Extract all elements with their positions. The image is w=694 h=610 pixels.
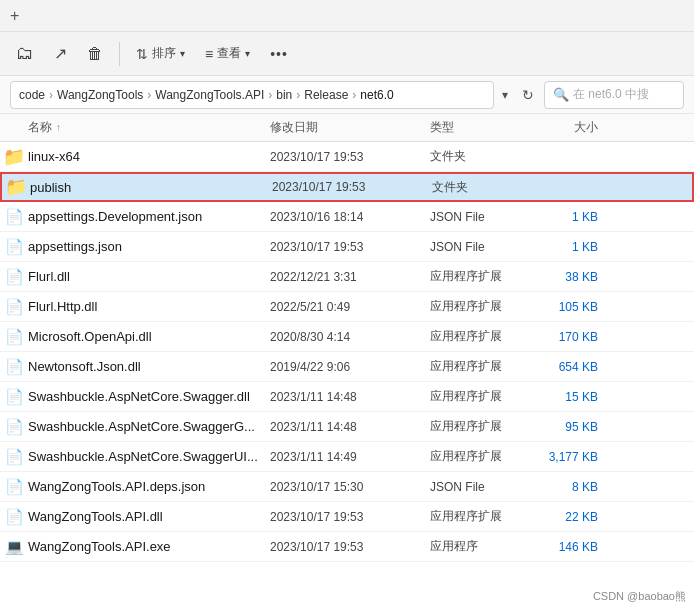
table-row[interactable]: 📄 Flurl.dll 2022/12/21 3:31 应用程序扩展 38 KB <box>0 262 694 292</box>
sort-button[interactable]: ⇅ 排序 ▾ <box>128 40 193 67</box>
file-type-cell: JSON File <box>430 480 530 494</box>
file-rows: 📁 linux-x64 2023/10/17 19:53 文件夹 📁 publi… <box>0 142 694 562</box>
filelist-container: 名称 ↑ 修改日期 类型 大小 📁 linux-x64 2023/10/17 1… <box>0 114 694 610</box>
file-type-cell: 应用程序扩展 <box>430 358 530 375</box>
file-size-cell: 38 KB <box>530 270 610 284</box>
table-row[interactable]: 📄 WangZongTools.API.deps.json 2023/10/17… <box>0 472 694 502</box>
file-type-cell: 应用程序 <box>430 538 530 555</box>
addressbar: code › WangZongTools › WangZongTools.API… <box>0 76 694 114</box>
breadcrumb-wangzongtools[interactable]: WangZongTools <box>57 88 143 102</box>
table-row[interactable]: 📄 Swashbuckle.AspNetCore.SwaggerUI... 20… <box>0 442 694 472</box>
file-date-cell: 2023/10/16 18:14 <box>270 210 430 224</box>
breadcrumb[interactable]: code › WangZongTools › WangZongTools.API… <box>10 81 494 109</box>
file-name-cell: Newtonsoft.Json.dll <box>28 359 270 374</box>
file-size-cell: 170 KB <box>530 330 610 344</box>
table-row[interactable]: 📄 Swashbuckle.AspNetCore.SwaggerG... 202… <box>0 412 694 442</box>
col-header-type[interactable]: 类型 <box>430 119 530 136</box>
file-type-cell: 文件夹 <box>430 148 530 165</box>
share-button[interactable]: ↗ <box>46 39 75 68</box>
table-row[interactable]: 📁 publish 2023/10/17 19:53 文件夹 <box>0 172 694 202</box>
dll-icon: 📄 <box>5 388 24 406</box>
breadcrumb-sep-3: › <box>268 88 272 102</box>
table-row[interactable]: 📄 appsettings.json 2023/10/17 19:53 JSON… <box>0 232 694 262</box>
file-icon-cell: 📄 <box>0 448 28 466</box>
view-label: 查看 <box>217 45 241 62</box>
refresh-icon[interactable]: ↻ <box>516 85 540 105</box>
sort-icon: ⇅ <box>136 46 148 62</box>
dll-icon: 📄 <box>5 508 24 526</box>
titlebar: + <box>0 0 694 32</box>
file-type-cell: JSON File <box>430 240 530 254</box>
toolbar-separator-1 <box>119 42 120 66</box>
more-icon: ••• <box>270 46 288 62</box>
search-icon: 🔍 <box>553 87 569 102</box>
breadcrumb-code[interactable]: code <box>19 88 45 102</box>
json-icon: 📄 <box>5 478 24 496</box>
dll-icon: 📄 <box>5 328 24 346</box>
dll-icon: 📄 <box>5 268 24 286</box>
breadcrumb-sep-2: › <box>147 88 151 102</box>
folder-nav-icon: 🗂 <box>16 43 34 64</box>
file-name-cell: WangZongTools.API.deps.json <box>28 479 270 494</box>
table-row[interactable]: 💻 WangZongTools.API.exe 2023/10/17 19:53… <box>0 532 694 562</box>
table-row[interactable]: 📁 linux-x64 2023/10/17 19:53 文件夹 <box>0 142 694 172</box>
table-row[interactable]: 📄 WangZongTools.API.dll 2023/10/17 19:53… <box>0 502 694 532</box>
table-row[interactable]: 📄 appsettings.Development.json 2023/10/1… <box>0 202 694 232</box>
view-button[interactable]: ≡ 查看 ▾ <box>197 40 258 67</box>
file-name-cell: Swashbuckle.AspNetCore.SwaggerUI... <box>28 449 270 464</box>
dll-icon: 📄 <box>5 358 24 376</box>
file-icon-cell: 📁 <box>0 146 28 168</box>
breadcrumb-sep-4: › <box>296 88 300 102</box>
table-row[interactable]: 📄 Flurl.Http.dll 2022/5/21 0:49 应用程序扩展 1… <box>0 292 694 322</box>
col-header-name[interactable]: 名称 ↑ <box>0 119 270 136</box>
sort-label: 排序 <box>152 45 176 62</box>
file-date-cell: 2023/1/11 14:49 <box>270 450 430 464</box>
view-icon: ≡ <box>205 46 213 62</box>
file-size-cell: 95 KB <box>530 420 610 434</box>
delete-button[interactable]: 🗑 <box>79 40 111 68</box>
breadcrumb-release[interactable]: Release <box>304 88 348 102</box>
table-row[interactable]: 📄 Newtonsoft.Json.dll 2019/4/22 9:06 应用程… <box>0 352 694 382</box>
file-type-cell: 应用程序扩展 <box>430 298 530 315</box>
file-name-cell: appsettings.Development.json <box>28 209 270 224</box>
table-row[interactable]: 📄 Swashbuckle.AspNetCore.Swagger.dll 202… <box>0 382 694 412</box>
file-icon-cell: 📄 <box>0 328 28 346</box>
file-type-cell: 应用程序扩展 <box>430 448 530 465</box>
folder-icon: 📁 <box>3 146 25 168</box>
filelist-header: 名称 ↑ 修改日期 类型 大小 <box>0 114 694 142</box>
col-type-label: 类型 <box>430 120 454 134</box>
search-box[interactable]: 🔍 在 net6.0 中搜 <box>544 81 684 109</box>
file-type-cell: 应用程序扩展 <box>430 418 530 435</box>
table-row[interactable]: 📄 Microsoft.OpenApi.dll 2020/8/30 4:14 应… <box>0 322 694 352</box>
breadcrumb-sep-1: › <box>49 88 53 102</box>
file-size-cell: 1 KB <box>530 210 610 224</box>
file-date-cell: 2023/10/17 19:53 <box>270 240 430 254</box>
file-icon-cell: 📄 <box>0 508 28 526</box>
file-date-cell: 2023/10/17 19:53 <box>270 510 430 524</box>
file-name-cell: WangZongTools.API.exe <box>28 539 270 554</box>
dll-icon: 📄 <box>5 298 24 316</box>
file-date-cell: 2022/5/21 0:49 <box>270 300 430 314</box>
file-date-cell: 2019/4/22 9:06 <box>270 360 430 374</box>
breadcrumb-wangzongtools-api[interactable]: WangZongTools.API <box>155 88 264 102</box>
file-size-cell: 15 KB <box>530 390 610 404</box>
file-type-cell: 应用程序扩展 <box>430 328 530 345</box>
file-date-cell: 2023/1/11 14:48 <box>270 420 430 434</box>
dropdown-icon[interactable]: ▾ <box>498 86 512 104</box>
file-name-cell: WangZongTools.API.dll <box>28 509 270 524</box>
nav-icon-button[interactable]: 🗂 <box>8 38 42 69</box>
file-size-cell: 22 KB <box>530 510 610 524</box>
search-placeholder: 在 net6.0 中搜 <box>573 86 649 103</box>
file-type-cell: 应用程序扩展 <box>430 268 530 285</box>
col-header-date[interactable]: 修改日期 <box>270 119 430 136</box>
col-name-label: 名称 <box>28 119 52 136</box>
file-size-cell: 146 KB <box>530 540 610 554</box>
new-tab-icon[interactable]: + <box>10 7 19 25</box>
breadcrumb-bin[interactable]: bin <box>276 88 292 102</box>
file-size-cell: 3,177 KB <box>530 450 610 464</box>
col-header-size[interactable]: 大小 <box>530 119 610 136</box>
file-icon-cell: 📄 <box>0 358 28 376</box>
file-date-cell: 2022/12/21 3:31 <box>270 270 430 284</box>
more-button[interactable]: ••• <box>262 41 296 67</box>
breadcrumb-net60[interactable]: net6.0 <box>360 88 393 102</box>
